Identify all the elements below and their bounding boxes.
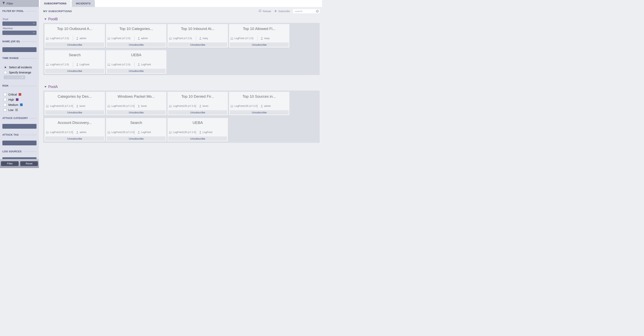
funnel-icon [2, 2, 5, 5]
reload-button[interactable]: Reload [258, 9, 271, 13]
collapse-triangle-icon [44, 86, 46, 88]
risk-color-swatch [19, 93, 21, 96]
pool-section: PoolBTop 10 Outbound A...LogPoint (v7.2.… [43, 17, 320, 75]
card-title: Search [44, 53, 105, 57]
unsubscribe-button[interactable]: Unsubscribe [45, 136, 104, 141]
risk-checkbox[interactable] [4, 93, 6, 96]
card-title: UEBA [106, 53, 166, 57]
owner-label: mary [264, 37, 270, 40]
subscription-card: Categories by Des...LogPoint135 (v7.2.0)… [44, 92, 105, 115]
unsubscribe-button[interactable]: Unsubscribe [107, 110, 166, 115]
reload-icon [258, 9, 262, 13]
subscription-card: SearchLogPoint135 (v7.2.0)LogPointUnsubs… [106, 118, 166, 142]
section-attack-tag: ATTACK TAG [2, 133, 36, 136]
radio-button[interactable] [4, 66, 7, 69]
risk-label: High [8, 98, 14, 101]
machine-label: LogPoint (v7.2.0) [112, 37, 130, 40]
subscriptions-content: MY SUBSCRIPTIONS Reload [39, 7, 322, 168]
risk-checkbox[interactable] [4, 98, 6, 101]
machine-label: LogPoint135 (v7.2.0) [50, 105, 73, 107]
machine-icon [169, 37, 172, 40]
card-title: Search [106, 121, 166, 125]
machine-dropdown[interactable] [2, 31, 36, 35]
machine-label: LogPoint135 (v7.2.0) [50, 131, 73, 134]
subscription-card: Top 10 Inbound At...LogPoint (v7.2.0)mar… [168, 24, 228, 48]
owner-icon [261, 37, 263, 40]
card-meta: LogPoint (v7.2.0)mary [168, 36, 228, 41]
unsubscribe-button[interactable]: Unsubscribe [230, 43, 289, 47]
subscription-card: Windows Packet Mo...LogPoint135 (v7.2.0)… [106, 92, 166, 115]
machine-label: LogPoint135 (v7.2.0) [112, 131, 134, 134]
machine-icon [169, 105, 172, 107]
card-title: Categories by Des... [44, 94, 105, 99]
subscriptions-toolbar: MY SUBSCRIPTIONS Reload [43, 8, 320, 14]
risk-checkbox[interactable] [4, 103, 6, 106]
card-meta: LogPoint135 (v7.2.0)admin [44, 130, 105, 135]
card-meta: LogPoint (v7.2.0)admin [106, 36, 166, 41]
card-title: Top 10 Denied Fir... [168, 94, 228, 99]
owner-label: kevin [141, 105, 147, 107]
card-title: Top 10 Allowed Fi... [229, 27, 290, 31]
machine-icon [169, 131, 172, 133]
unsubscribe-button[interactable]: Unsubscribe [107, 43, 166, 47]
machine-label: LogPoint (v7.2.0) [234, 37, 253, 40]
unsubscribe-button[interactable]: Unsubscribe [107, 136, 166, 141]
unsubscribe-button[interactable]: Unsubscribe [107, 69, 166, 73]
subscribe-label: Subscribe [278, 10, 290, 13]
filter-reset-button[interactable]: Reset [20, 161, 38, 166]
machine-label: Machine: [2, 27, 36, 30]
pool-header[interactable]: PoolB [43, 17, 320, 21]
app-window: Filter FILTER BY POOL Pool: Machine: NAM… [0, 0, 322, 168]
chevron-down-icon [33, 23, 35, 24]
owner-label: admin [141, 37, 148, 40]
pool-list: PoolBTop 10 Outbound A...LogPoint (v7.2.… [43, 17, 320, 143]
card-meta: LogPoint135 (v7.2.0)kevin [44, 103, 105, 109]
unsubscribe-button[interactable]: Unsubscribe [45, 69, 104, 73]
pool-title: PoolA [48, 85, 58, 89]
unsubscribe-button[interactable]: Unsubscribe [45, 43, 104, 47]
filter-apply-button[interactable]: Filter [1, 161, 19, 166]
chevron-down-icon [22, 77, 24, 78]
card-title: Top 10 Outbound A... [44, 27, 105, 31]
tab-subscriptions[interactable]: SUBSCRIPTIONS [40, 0, 71, 7]
risk-checkbox[interactable] [4, 108, 6, 111]
machine-label: LogPoint135 (v7.2.0) [173, 105, 196, 107]
owner-label: admin [264, 105, 271, 107]
radio-label: Specify timerange [9, 71, 31, 74]
tab-incidents[interactable]: INCIDENTS [72, 0, 95, 7]
unsubscribe-button[interactable]: Unsubscribe [168, 110, 227, 115]
card-meta: LogPoint135 (v7.2.0)LogPoint [168, 130, 228, 135]
attack-tag-input[interactable] [2, 141, 36, 145]
owner-label: admin [80, 131, 86, 134]
name-or-id-input[interactable] [2, 47, 36, 52]
machine-icon [107, 37, 110, 40]
filter-sidebar: Filter FILTER BY POOL Pool: Machine: NAM… [0, 0, 39, 168]
pool-dropdown[interactable] [2, 22, 36, 26]
machine-icon [230, 105, 233, 107]
unsubscribe-button[interactable]: Unsubscribe [168, 136, 227, 141]
time-range-option: Specify timerange [2, 71, 36, 74]
unsubscribe-button[interactable]: Unsubscribe [230, 110, 289, 115]
owner-label: LogPoint [80, 63, 89, 66]
subscribe-button[interactable]: ★ Subscribe [274, 10, 290, 13]
risk-option: Low [2, 108, 36, 112]
log-sources-input[interactable] [2, 157, 36, 159]
card-meta: LogPoint135 (v7.2.0)admin [229, 103, 290, 109]
attack-category-input[interactable] [2, 124, 36, 129]
owner-label: kevin [202, 105, 208, 107]
subscription-card: Top 10 Denied Fir...LogPoint135 (v7.2.0)… [168, 92, 228, 115]
risk-option: Critical [2, 93, 36, 96]
pool-card-grid: Categories by Des...LogPoint135 (v7.2.0)… [43, 91, 320, 143]
risk-label: Low [8, 108, 14, 112]
card-meta: LogPoint (v7.2.0)admin [44, 36, 105, 41]
owner-icon [76, 63, 78, 66]
pool-header[interactable]: PoolA [43, 85, 320, 89]
search-clear-icon[interactable]: × [316, 10, 319, 13]
owner-icon [199, 131, 201, 133]
unsubscribe-button[interactable]: Unsubscribe [45, 110, 104, 115]
unsubscribe-button[interactable]: Unsubscribe [168, 43, 227, 47]
risk-color-swatch [16, 98, 18, 101]
radio-button[interactable] [4, 71, 7, 74]
pool-label: Pool: [2, 18, 36, 21]
search-input[interactable] [295, 10, 316, 13]
